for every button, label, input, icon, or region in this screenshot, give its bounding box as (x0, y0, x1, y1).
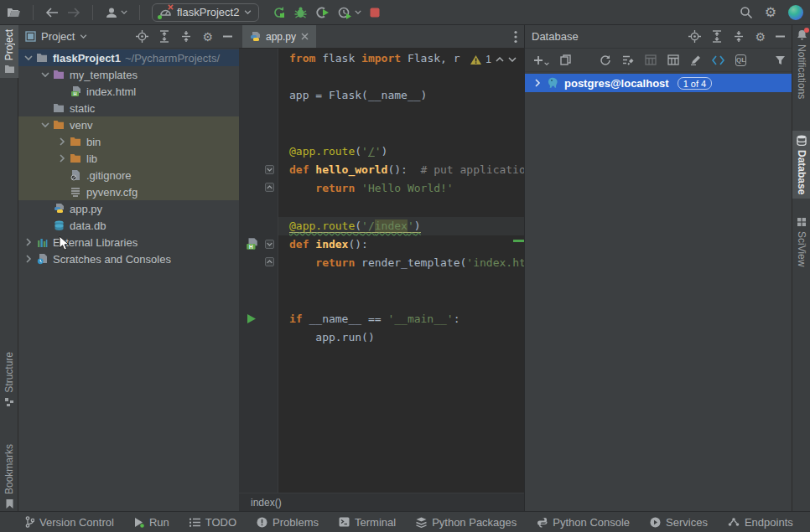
tab-options-kebab-icon[interactable] (514, 30, 517, 44)
tree-item-index-html[interactable]: H index.html (18, 83, 239, 100)
code-view[interactable]: from flask import Flask, rapp = Flask(__… (278, 49, 524, 493)
statusbar-python-console[interactable]: Python Console (537, 516, 630, 529)
stop-button[interactable] (370, 8, 380, 18)
code-line[interactable]: @app.route('/') (289, 142, 524, 161)
tree-item-data-db[interactable]: data.db (18, 217, 239, 234)
inspection-widget[interactable]: 1 (468, 53, 519, 66)
code-line[interactable]: if __name__ == '__main__': (289, 310, 524, 328)
code-line[interactable]: return render_template('index.ht (289, 254, 524, 272)
run-gutter-icon[interactable] (247, 313, 257, 324)
datasource-properties-button[interactable] (622, 54, 634, 65)
code-line[interactable]: def hello_world(): # put applicatio (289, 161, 524, 179)
code-token: return (315, 182, 361, 194)
tree-item-gitignore[interactable]: .gitignore (18, 167, 239, 183)
fold-marker-icon[interactable] (265, 240, 274, 249)
code-line[interactable] (289, 199, 524, 217)
close-tab-icon[interactable] (301, 33, 309, 40)
stripe-tab-sciview[interactable]: SciView (792, 213, 810, 271)
stripe-tab-database[interactable]: Database (792, 131, 810, 199)
chevron-collapsed-icon[interactable] (533, 79, 542, 87)
filter-button[interactable] (775, 55, 786, 65)
stripe-tab-project[interactable]: Project (0, 25, 18, 78)
stripe-tab-structure[interactable]: Structure (0, 348, 18, 411)
jump-to-editor-button[interactable] (712, 55, 724, 65)
stripe-tab-bookmarks[interactable]: Bookmarks (0, 440, 18, 514)
statusbar-endpoints[interactable]: Endpoints (728, 516, 793, 529)
panel-settings-gear-icon[interactable]: ⚙ (202, 31, 213, 43)
tree-item-bin[interactable]: bin (18, 133, 239, 150)
open-folder-icon[interactable] (7, 7, 21, 18)
query-console-button[interactable]: QL (735, 54, 746, 66)
tree-item-pyvenv-cfg[interactable]: pyvenv.cfg (18, 183, 239, 200)
editor-body[interactable]: H from flask import Flask, rapp = Flask(… (239, 49, 524, 493)
tree-item-venv[interactable]: venv (18, 116, 239, 133)
fold-marker-icon[interactable] (265, 165, 274, 174)
view-data-button[interactable] (667, 54, 679, 65)
code-line[interactable] (289, 106, 524, 124)
user-menu-button[interactable] (105, 7, 127, 18)
run-with-coverage-button[interactable] (315, 6, 330, 19)
project-panel-title[interactable]: Project (41, 30, 75, 43)
locate-file-icon[interactable] (136, 30, 148, 43)
code-line[interactable] (289, 272, 524, 291)
chevron-down-icon[interactable] (80, 34, 87, 39)
duplicate-button[interactable] (560, 54, 571, 65)
toolwindow-icon (25, 31, 36, 42)
statusbar-todo[interactable]: TODO (190, 516, 236, 529)
tree-item-app-py[interactable]: app.py (18, 200, 239, 217)
rerun-button[interactable] (273, 6, 286, 19)
tab-app-py[interactable]: app.py (242, 25, 316, 48)
expand-all-icon[interactable] (158, 30, 170, 43)
tree-item-static[interactable]: static (18, 100, 239, 116)
hide-panel-icon[interactable] (223, 35, 232, 38)
statusbar-terminal[interactable]: Terminal (339, 516, 396, 529)
prev-problem-icon[interactable] (496, 57, 504, 62)
code-line[interactable]: app = Flask(__name__) (289, 86, 524, 105)
code-line[interactable]: return 'Hello World!' (289, 179, 524, 198)
fold-marker-icon[interactable] (265, 257, 274, 266)
fold-marker-icon[interactable] (265, 183, 274, 192)
collapse-all-icon[interactable] (180, 30, 192, 43)
statusbar-problems[interactable]: Problems (257, 516, 319, 529)
breadcrumb-item[interactable]: index() (251, 497, 282, 509)
tree-item-my-templates[interactable]: my_templates (18, 66, 239, 83)
expand-all-icon[interactable] (711, 30, 723, 43)
statusbar-python-packages[interactable]: Python Packages (416, 516, 517, 529)
panel-settings-gear-icon[interactable]: ⚙ (755, 31, 766, 43)
tree-item-scratches[interactable]: Scratches and Consoles (18, 251, 239, 267)
next-problem-icon[interactable] (508, 57, 517, 62)
collapse-all-icon[interactable] (733, 30, 745, 43)
back-button[interactable] (45, 8, 59, 18)
code-line[interactable]: @app.route('/index') (278, 217, 524, 235)
new-datasource-button[interactable] (533, 55, 549, 65)
code-line[interactable]: app.run() (289, 328, 524, 347)
hide-panel-icon[interactable] (776, 35, 785, 38)
edit-button[interactable] (690, 54, 701, 65)
profiler-button[interactable] (338, 6, 361, 19)
search-everywhere-icon[interactable] (740, 6, 753, 19)
stripe-tab-notifications[interactable]: Notifications (792, 25, 810, 103)
chevron-collapsed-icon (24, 255, 33, 263)
tree-item-flaskproject1[interactable]: flaskProject1 ~/PycharmProjects/ (18, 49, 239, 66)
ide-gradient-logo-icon[interactable] (788, 5, 803, 20)
code-line[interactable] (289, 291, 524, 309)
run-configuration-selector[interactable]: flaskProject2 (152, 3, 259, 22)
database-toolbar: QL (525, 49, 792, 72)
tree-item-lib[interactable]: lib (18, 150, 239, 167)
code-line[interactable] (289, 124, 524, 142)
settings-gear-icon[interactable]: ⚙ (765, 6, 776, 19)
tree-item-external-libraries[interactable]: External Libraries (18, 234, 239, 251)
code-line[interactable] (289, 68, 524, 86)
forward-button[interactable] (67, 8, 80, 18)
code-line[interactable]: def index(): (289, 235, 524, 254)
debug-button[interactable] (294, 6, 307, 19)
locate-object-icon[interactable] (688, 30, 701, 43)
database-panel-title[interactable]: Database (532, 30, 579, 43)
statusbar-version-control[interactable]: Version Control (25, 516, 114, 529)
statusbar-run[interactable]: Run (134, 516, 169, 529)
related-template-gutter-icon[interactable]: H (246, 237, 258, 251)
postgresql-icon (547, 77, 559, 89)
refresh-button[interactable] (600, 54, 611, 66)
datasource-row-postgres[interactable]: postgres@localhost 1 of 4 (525, 74, 792, 92)
statusbar-services[interactable]: Services (650, 516, 708, 529)
